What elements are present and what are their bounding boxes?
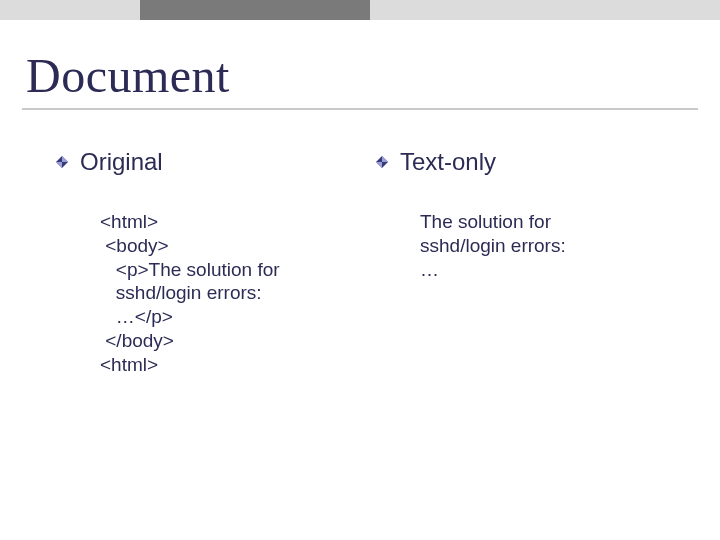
heading-original: Original <box>80 148 400 176</box>
slide-top-bar-accent <box>140 0 370 20</box>
svg-marker-4 <box>382 156 388 162</box>
column-textonly: Text-only The solution for sshd/login er… <box>400 148 720 281</box>
svg-marker-2 <box>56 162 62 168</box>
heading-textonly-label: Text-only <box>400 148 496 175</box>
svg-marker-1 <box>62 156 68 162</box>
body-original: <html> <body> <p>The solution for sshd/l… <box>100 210 400 376</box>
page-title: Document <box>26 48 230 103</box>
diamond-bullet-icon <box>376 156 388 168</box>
diamond-bullet-icon <box>56 156 68 168</box>
heading-textonly: Text-only <box>400 148 720 176</box>
body-textonly: The solution for sshd/login errors: … <box>420 210 720 281</box>
column-original: Original <html> <body> <p>The solution f… <box>80 148 400 376</box>
heading-original-label: Original <box>80 148 163 175</box>
title-underline <box>22 108 698 110</box>
svg-marker-5 <box>376 162 382 168</box>
